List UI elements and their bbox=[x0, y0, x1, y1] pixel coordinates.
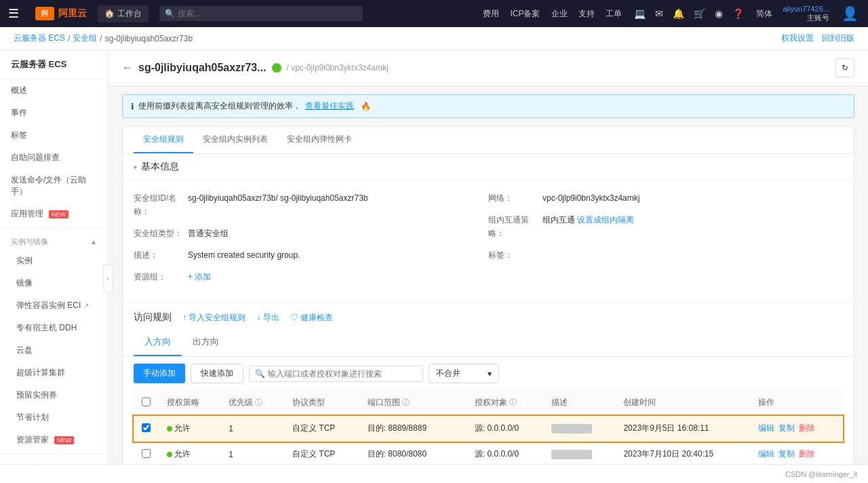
breadcrumb-bar: 云服务器 ECS / 安全组 / sg-0jlibyiuqah05axzr73b… bbox=[0, 27, 868, 50]
info-text: 使用前缀列表提离高安全组规则管理的效率， bbox=[138, 100, 301, 112]
search-icon: 🔍 bbox=[165, 9, 175, 18]
search-input[interactable] bbox=[178, 9, 357, 18]
page-breadcrumb: / vpc-0jlp9i0bn3yktx3z4amkj bbox=[287, 63, 389, 73]
manual-add-btn[interactable]: 手动添加 bbox=[134, 364, 185, 383]
add-resource-link[interactable]: + 添加 bbox=[188, 272, 211, 282]
sidebar-section-instance[interactable]: 实例与镜像 ▲ bbox=[0, 231, 108, 250]
old-version-link[interactable]: 回到旧版 bbox=[822, 33, 854, 44]
sidebar-item-troubleshoot[interactable]: 自助问题排查 bbox=[0, 147, 108, 169]
priority-info-icon[interactable]: ⓘ bbox=[255, 398, 262, 408]
nav-link-fee[interactable]: 费用 bbox=[483, 8, 499, 20]
port-info-icon[interactable]: ⓘ bbox=[402, 398, 410, 408]
th-port: 端口范围 ⓘ bbox=[359, 390, 467, 416]
my-settings-link[interactable]: 权我设置 bbox=[781, 33, 814, 44]
import-action[interactable]: ↑ 导入安全组规则 bbox=[182, 312, 245, 324]
lang-btn[interactable]: 简体 bbox=[756, 8, 772, 20]
help-icon[interactable]: ❓ bbox=[731, 8, 745, 19]
info-banner: ℹ 使用前缀列表提离高安全组规则管理的效率， 查看最佳实践 🔥 bbox=[122, 94, 854, 118]
back-btn[interactable]: ← bbox=[122, 62, 133, 74]
edit-btn-1[interactable]: 编辑 bbox=[758, 448, 774, 460]
workbench-btn[interactable]: 🏠 工作台 bbox=[98, 5, 149, 22]
priority-value-0: 1 bbox=[220, 416, 284, 442]
sidebar-item-overview[interactable]: 概述 bbox=[0, 79, 108, 102]
sidebar-collapse-btn[interactable]: ‹ bbox=[103, 265, 113, 292]
sg-nav-eni[interactable]: 安全组内弹性网卡 bbox=[277, 127, 361, 153]
topnav-links: 费用 ICP备案 企业 支持 工单 💻 ✉ 🔔 🛒 ◉ ❓ 简体 aliyun7… bbox=[483, 5, 860, 23]
sg-nav-rules[interactable]: 安全组规则 bbox=[134, 127, 193, 153]
sidebar-item-resource[interactable]: 资源管家 NEW bbox=[0, 429, 108, 451]
rules-search-box[interactable]: 🔍 bbox=[249, 366, 423, 382]
breadcrumb-sep2: / bbox=[100, 34, 102, 43]
form-col-right: 网络： vpc-0jlp9i0bn3yktx3z4amkj 组内互通策略： 组内… bbox=[488, 191, 843, 292]
form-row-vpc: 网络： vpc-0jlp9i0bn3yktx3z4amkj bbox=[488, 191, 843, 205]
new-badge-resource: NEW bbox=[54, 436, 74, 444]
sidebar-item-ddh[interactable]: 专有宿主机 DDH bbox=[0, 317, 108, 339]
health-check-action[interactable]: ♡ 健康检查 bbox=[290, 312, 333, 324]
nav-link-icp[interactable]: ICP备案 bbox=[510, 8, 540, 20]
basic-info-title: 基本信息 bbox=[141, 161, 179, 173]
breadcrumb-ecs[interactable]: 云服务器 ECS bbox=[14, 33, 65, 44]
bell-icon[interactable]: 🔔 bbox=[671, 8, 686, 19]
breadcrumb-sg[interactable]: 安全组 bbox=[73, 33, 97, 44]
avatar-icon[interactable]: 👤 bbox=[840, 5, 860, 22]
edit-btn-0[interactable]: 编辑 bbox=[758, 423, 774, 434]
copy-btn-1[interactable]: 复制 bbox=[778, 448, 795, 460]
nav-link-support[interactable]: 支持 bbox=[578, 8, 595, 20]
hamburger-icon[interactable]: ☰ bbox=[8, 6, 19, 21]
sidebar-item-eci[interactable]: 弹性容器实例 ECI ↗ bbox=[0, 294, 108, 317]
sidebar-item-hpc[interactable]: 超级计算集群 bbox=[0, 362, 108, 384]
computer-icon[interactable]: 💻 bbox=[633, 8, 647, 19]
sidebar-item-savings[interactable]: 节省计划 bbox=[0, 406, 108, 429]
toggle-arrow[interactable]: ▾ bbox=[134, 163, 137, 171]
nav-link-ticket[interactable]: 工单 bbox=[606, 8, 622, 20]
row-checkbox-0[interactable] bbox=[142, 423, 151, 432]
value-id: sg-0jlibyiuqah05axzr73b/ sg-0jlibyiuqah0… bbox=[188, 191, 488, 205]
basic-info-form: 安全组ID/名称： sg-0jlibyiuqah05axzr73b/ sg-0j… bbox=[123, 180, 854, 303]
best-practice-link[interactable]: 查看最佳实践 bbox=[305, 100, 354, 112]
target-info-icon[interactable]: ⓘ bbox=[509, 398, 517, 408]
target-value-1: 源: 0.0.0.0/0 bbox=[467, 442, 543, 467]
th-checkbox bbox=[134, 390, 159, 416]
sidebar-item-instance[interactable]: 实例 bbox=[0, 250, 108, 272]
sidebar-item-reserved[interactable]: 预留实例券 bbox=[0, 384, 108, 406]
user-menu[interactable]: aliyun77426... 主账号 bbox=[783, 5, 830, 23]
main-content: ← sg-0jlibyiuqah05axzr73... / vpc-0jlp9i… bbox=[108, 50, 868, 483]
status-dot bbox=[272, 63, 281, 73]
value-resource: + 添加 bbox=[188, 270, 488, 284]
new-badge-app: NEW bbox=[49, 210, 68, 218]
user-name: aliyun77426... bbox=[783, 5, 830, 13]
rules-search-icon: 🔍 bbox=[255, 369, 265, 379]
copy-btn-0[interactable]: 复制 bbox=[778, 423, 795, 434]
sidebar-item-disk[interactable]: 云盘 bbox=[0, 339, 108, 362]
sidebar-item-tags[interactable]: 标签 bbox=[0, 124, 108, 147]
delete-btn-0[interactable]: 删除 bbox=[799, 423, 815, 434]
form-row-tag: 标签： bbox=[488, 248, 843, 262]
location-icon[interactable]: ◉ bbox=[713, 8, 724, 19]
export-action[interactable]: ↓ 导出 bbox=[256, 312, 279, 324]
quick-add-btn[interactable]: 快速添加 bbox=[191, 364, 243, 383]
rules-search-input[interactable] bbox=[268, 369, 417, 379]
tab-outbound[interactable]: 出方向 bbox=[182, 329, 230, 356]
th-protocol: 协议类型 bbox=[284, 390, 359, 416]
sidebar-item-app[interactable]: 应用管理 NEW bbox=[0, 203, 108, 225]
logo-text: 阿里云 bbox=[58, 7, 87, 20]
select-all-checkbox[interactable] bbox=[142, 398, 151, 406]
search-box[interactable]: 🔍 bbox=[159, 6, 363, 21]
set-isolation-link[interactable]: 设置成组内隔离 bbox=[577, 215, 634, 225]
form-row-internal: 组内互通策略： 组内互通 设置成组内隔离 bbox=[488, 213, 843, 240]
sidebar-item-events[interactable]: 事件 bbox=[0, 102, 108, 124]
row-checkbox-1[interactable] bbox=[142, 449, 151, 458]
nav-link-enterprise[interactable]: 企业 bbox=[551, 8, 568, 20]
cart-icon[interactable]: 🛒 bbox=[692, 8, 707, 19]
refresh-btn[interactable]: ↻ bbox=[835, 58, 854, 77]
tab-inbound[interactable]: 入方向 bbox=[134, 329, 182, 356]
sidebar-item-image[interactable]: 镜像 bbox=[0, 272, 108, 294]
hot-icon: 🔥 bbox=[361, 102, 371, 111]
sg-nav-instances[interactable]: 安全组内实例列表 bbox=[193, 127, 277, 153]
mail-icon[interactable]: ✉ bbox=[654, 8, 665, 19]
delete-btn-1[interactable]: 删除 bbox=[799, 448, 815, 460]
sidebar-item-command[interactable]: 发送命令/文件（云助手） bbox=[0, 169, 108, 203]
filter-label: 不合并 bbox=[436, 368, 460, 379]
merge-filter[interactable]: 不合并 ▾ bbox=[429, 364, 499, 383]
policy-value-1: 允许 bbox=[174, 448, 191, 460]
